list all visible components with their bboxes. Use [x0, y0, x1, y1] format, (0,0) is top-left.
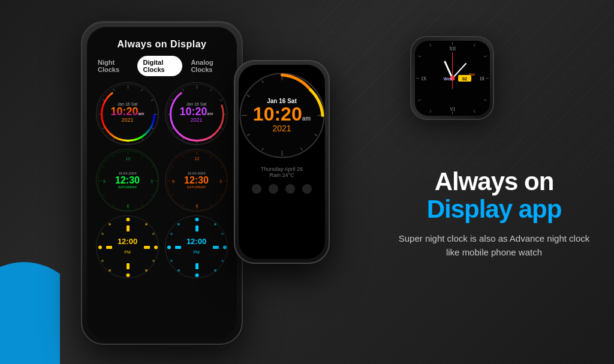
svg-point-84 [177, 269, 180, 272]
phone-outer: Always on Display Night Clocks Digital C… [81, 21, 243, 345]
svg-text:3: 3 [151, 179, 153, 183]
svg-point-89 [221, 260, 224, 262]
svg-line-56 [171, 166, 173, 167]
svg-line-57 [182, 155, 183, 157]
clock-purple-year: 2021 [179, 117, 213, 123]
clock-purple-display: Jan 16 Sat 10:20am 2021 [179, 102, 213, 123]
square-watch: XII VI IX III 02 Wed Oct [410, 36, 494, 120]
svg-text:6: 6 [196, 204, 198, 208]
icon-camera [269, 184, 278, 194]
big-clock-container: Jan 16 Sat 10:20am 2021 [239, 72, 325, 159]
svg-point-63 [127, 273, 130, 277]
clock-green[interactable]: 12 3 6 9 16.04.2024 12:30 SATURDAY [96, 149, 159, 212]
clock-row-2: 12 3 6 9 16.04.2024 12:30 SATURDAY [87, 149, 237, 212]
clock-cyan-time: 12:00 [186, 237, 206, 245]
svg-point-79 [195, 273, 199, 277]
svg-text:9: 9 [103, 179, 106, 183]
headline: Always on Display app [392, 168, 596, 223]
clock-rainbow[interactable]: Jan 16 Sat 10:20am 2021 [96, 82, 159, 145]
svg-line-114 [474, 110, 475, 113]
tab-bar: Night Clocks Digital Clocks Analog Clock… [87, 56, 237, 82]
svg-text:Wed: Wed [443, 77, 452, 81]
svg-line-3 [151, 100, 153, 101]
icon-phone [302, 184, 312, 194]
clock-green-date: 16.04.2024 [115, 172, 140, 175]
big-clock-time: 10:20am [253, 104, 311, 124]
svg-point-67 [145, 223, 148, 225]
large-phone-screen: Jan 16 Sat 10:20am 2021 Thursday April 2… [239, 65, 325, 259]
svg-line-40 [113, 155, 115, 157]
big-clock-text: Jan 16 Sat 10:20am 2021 [239, 72, 325, 159]
clock-orange-display: 16.04.2024 12:30 SATURDAY [184, 172, 209, 189]
svg-line-33 [152, 194, 154, 195]
bottom-icons [252, 184, 312, 194]
svg-line-31 [152, 166, 154, 167]
svg-point-86 [170, 233, 173, 235]
svg-line-39 [103, 166, 104, 167]
clock-yellow-dots[interactable]: 12:00 PM [96, 215, 159, 278]
clock-yellow-time: 12:00 [118, 237, 137, 245]
clock-cyan-ampm: PM [193, 250, 200, 254]
svg-point-70 [101, 233, 104, 235]
tab-digital-clocks[interactable]: Digital Clocks [137, 56, 183, 76]
svg-point-87 [221, 233, 224, 235]
subtext: Super night clock is also as Advance nig… [392, 232, 596, 259]
large-phone-outer: Jan 16 Sat 10:20am 2021 Thursday April 2… [234, 60, 330, 264]
svg-point-78 [195, 218, 199, 221]
svg-text:III: III [480, 76, 484, 82]
svg-text:Oct: Oct [468, 73, 474, 76]
clock-yellow-ampm: PM [124, 250, 131, 254]
tab-night-clocks[interactable]: Night Clocks [92, 56, 135, 76]
clock-cyan-dots-display: 12:00 PM [186, 237, 206, 256]
clock-orange-day: SATURDAY [184, 185, 209, 189]
svg-line-54 [171, 194, 173, 195]
svg-point-71 [152, 233, 155, 235]
svg-line-50 [221, 194, 222, 195]
svg-point-81 [223, 246, 227, 249]
main-phone: Always on Display Night Clocks Digital C… [81, 21, 243, 345]
clock-orange-date: 16.04.2024 [184, 172, 209, 175]
svg-point-62 [127, 218, 130, 221]
svg-line-16 [210, 89, 212, 91]
clock-yellow-dots-display: 12:00 PM [118, 237, 137, 256]
clock-purple[interactable]: Jan 16 Sat 10:20am 2021 [165, 82, 228, 145]
svg-rect-76 [127, 225, 130, 231]
clock-purple-time: 10:20am [179, 106, 213, 117]
svg-rect-74 [106, 246, 112, 249]
clock-orange-time: 12:30 [184, 175, 209, 186]
tab-analog-clocks[interactable]: Analog Clocks [185, 56, 232, 76]
svg-line-2 [142, 89, 143, 91]
svg-point-64 [98, 246, 102, 249]
svg-text:02: 02 [462, 77, 467, 81]
right-content: Always on Display app Super night clock … [392, 168, 596, 259]
svg-line-117 [484, 56, 487, 57]
icon-dots [285, 184, 295, 194]
svg-text:3: 3 [219, 179, 222, 183]
svg-text:12: 12 [195, 157, 200, 161]
svg-rect-77 [127, 263, 130, 269]
phone-screen: Always on Display Night Clocks Digital C… [87, 27, 237, 339]
svg-line-34 [142, 204, 143, 206]
svg-line-26 [182, 89, 183, 91]
clock-green-day: SATURDAY [115, 185, 140, 189]
clock-row-3: 12:00 PM [87, 215, 237, 278]
icon-messages [252, 184, 261, 194]
clock-rainbow-time: 10:20am [110, 106, 144, 117]
clock-rainbow-year: 2021 [110, 117, 144, 123]
clock-cyan-dots[interactable]: 12:00 PM [165, 215, 228, 278]
svg-point-82 [177, 223, 180, 225]
svg-point-65 [154, 246, 158, 249]
weather-date: Thursday April 26 [261, 166, 303, 172]
clock-green-display: 16.04.2024 12:30 SATURDAY [115, 172, 140, 189]
svg-rect-90 [175, 246, 181, 249]
svg-rect-92 [195, 225, 198, 231]
svg-text:6: 6 [127, 204, 130, 208]
svg-rect-93 [195, 263, 198, 269]
clock-orange[interactable]: 12 3 6 9 16.04.2024 12:30 SATURDAY [165, 149, 228, 212]
square-watch-svg: XII VI IX III 02 Wed Oct [415, 41, 490, 116]
big-clock-year: 2021 [253, 124, 311, 133]
large-phone: Jan 16 Sat 10:20am 2021 Thursday April 2… [234, 60, 330, 264]
svg-line-111 [430, 44, 431, 47]
svg-line-48 [221, 166, 222, 167]
svg-point-72 [101, 260, 104, 262]
